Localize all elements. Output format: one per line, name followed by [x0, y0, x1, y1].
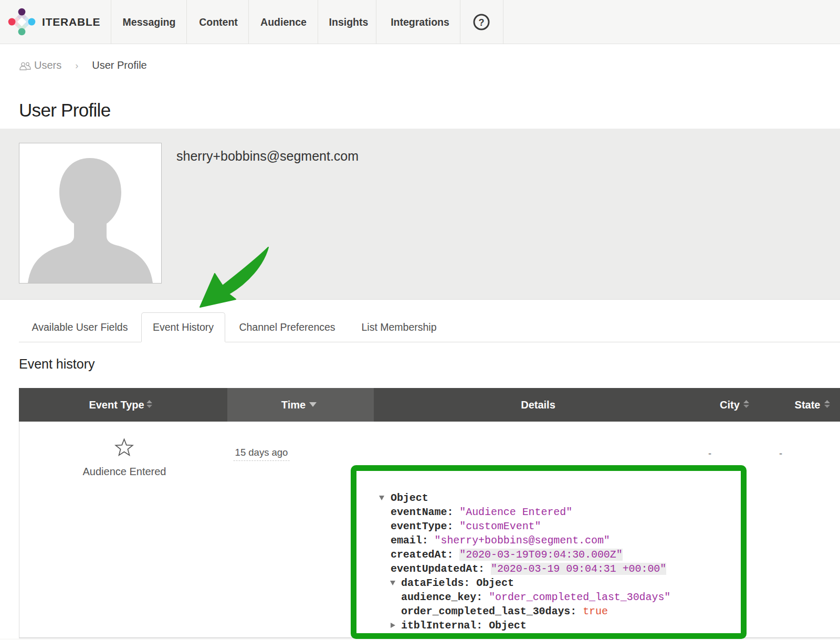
svg-text:?: ? [479, 17, 485, 28]
